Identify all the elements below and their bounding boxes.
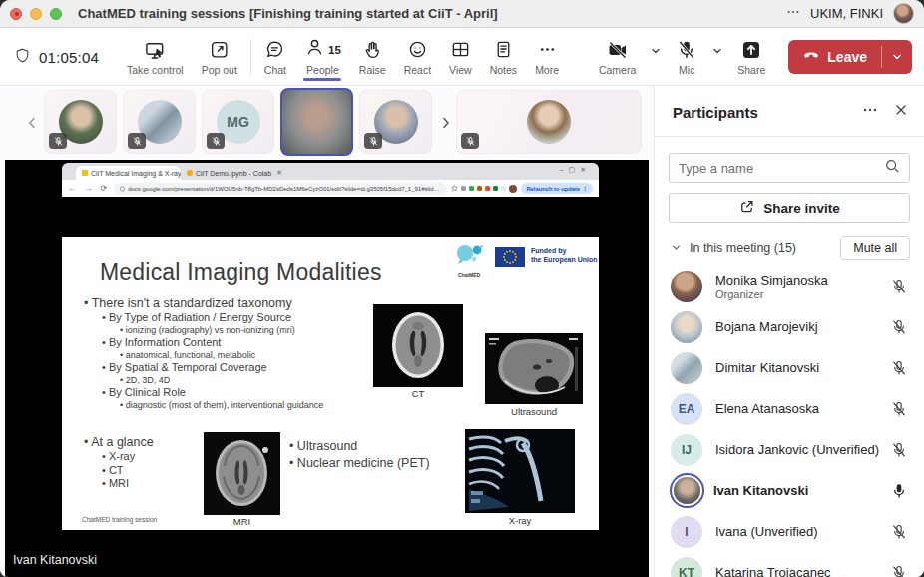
participant-filmstrip: MG	[0, 88, 654, 158]
relaunch-to-update-button[interactable]: Relaunch to update⋮	[521, 183, 593, 194]
presentation-letterbox	[62, 197, 599, 237]
browser-extension-icons[interactable]	[451, 185, 517, 193]
mic-muted-badge-icon	[49, 133, 67, 149]
ct-scan-image	[373, 304, 463, 387]
share-invite-button[interactable]: Share invite	[669, 193, 910, 223]
meeting-toolbar: 01:05:04 Take control Pop out Chat 15 Pe…	[0, 29, 924, 86]
more-button[interactable]: More	[526, 30, 568, 84]
meeting-timer: 01:05:04	[39, 49, 99, 66]
section-chevron-down-icon[interactable]	[671, 239, 682, 257]
mic-muted-icon[interactable]	[890, 441, 908, 459]
mute-all-button[interactable]: Mute all	[840, 236, 910, 260]
browser-tab-slides[interactable]: CiiT Medical Imaging & X-ray ✕	[76, 166, 181, 180]
mic-muted-icon[interactable]	[890, 523, 908, 541]
titlebar-more-icon[interactable]	[786, 5, 800, 23]
slide-glance-list: At a glanceX-rayCTMRI	[84, 435, 154, 491]
participants-more-icon[interactable]	[862, 102, 878, 122]
filmstrip-tile[interactable]: MG	[202, 90, 274, 154]
raise-hand-button[interactable]: Raise	[350, 30, 395, 84]
slide-footer: ChatMED training session	[82, 516, 157, 523]
share-button[interactable]: Share	[728, 30, 774, 84]
participant-row[interactable]: EAElena Atanasoska	[655, 388, 924, 429]
participant-avatar: IJ	[671, 434, 702, 466]
filmstrip-tile[interactable]	[359, 90, 432, 154]
chat-icon	[264, 39, 285, 61]
notes-button[interactable]: Notes	[481, 30, 526, 84]
people-button[interactable]: 15 People	[295, 30, 350, 84]
participant-name: Bojana Marojevikj	[715, 319, 890, 334]
search-input[interactable]	[679, 161, 884, 176]
eu-funding-label: Funded by the European Union	[531, 246, 598, 264]
participant-row[interactable]: IJIsidora Jankovic (Unverified)	[655, 429, 924, 470]
filmstrip-video-tile[interactable]	[280, 88, 353, 156]
zoom-window-button[interactable]	[50, 8, 62, 20]
site-info-icon	[120, 186, 125, 192]
close-window-button[interactable]	[10, 8, 22, 20]
mic-muted-icon[interactable]	[890, 400, 908, 418]
participant-avatar	[671, 271, 702, 302]
participant-search-box[interactable]	[669, 153, 910, 183]
camera-options-chevron[interactable]	[645, 45, 667, 57]
people-count-badge: 15	[328, 44, 341, 56]
participant-name: Monika Simjanoska	[715, 273, 890, 288]
participant-avatar: KT	[671, 557, 702, 577]
participant-row[interactable]: Monika SimjanoskaOrganizer	[655, 266, 924, 306]
chatmed-logo: ChatMED	[451, 243, 487, 278]
participant-row[interactable]: Dimitar Kitanovski	[655, 347, 924, 388]
share-icon	[740, 39, 762, 61]
slide-bullet-list: There isn't a standardized taxonomyBy Ty…	[84, 296, 383, 411]
react-button[interactable]: React	[395, 30, 440, 84]
filmstrip-tile[interactable]	[123, 90, 196, 154]
xray-label: X-ray	[465, 515, 575, 526]
slide-bullet: Ultrasound	[289, 438, 430, 455]
participant-name: Ivan Kitanovski	[713, 483, 890, 498]
filmstrip-tile[interactable]	[44, 90, 117, 154]
tab-close-icon[interactable]: ✕	[276, 169, 282, 177]
slide-bullet: By Information Content	[102, 336, 383, 350]
take-control-button[interactable]: Take control	[118, 30, 193, 84]
filmstrip-scroll-left-chevron[interactable]	[24, 112, 40, 134]
browser-nav-arrows[interactable]: ← → ⟳	[68, 184, 110, 193]
camera-button[interactable]: Camera	[590, 30, 645, 84]
mic-muted-badge-icon	[128, 133, 146, 149]
slide-bullet: Nuclear medicine (PET)	[289, 455, 430, 472]
mic-muted-icon[interactable]	[890, 318, 908, 336]
browser-nav-bar: ← → ⟳ docs.google.com/presentation/d/1WO…	[62, 180, 599, 197]
browser-profile-avatar[interactable]	[509, 185, 517, 193]
account-avatar[interactable]	[893, 3, 914, 24]
browser-window-controls[interactable]: –▢✕	[560, 166, 591, 174]
participant-row[interactable]: Bojana Marojevikj	[655, 306, 924, 347]
chat-button[interactable]: Chat	[255, 30, 295, 84]
browser-tab-colab[interactable]: CiiT Demo.ipynb - Colab ✕	[181, 166, 285, 180]
browser-url-bar[interactable]: docs.google.com/presentation/d/1WOU5nb-T…	[114, 183, 447, 195]
toolbar-divider	[250, 39, 251, 75]
panel-divider	[655, 136, 924, 137]
ultrasound-image	[485, 333, 583, 404]
participant-row[interactable]: KTKatarina Trojacanec	[655, 552, 924, 577]
mic-muted-icon[interactable]	[890, 564, 908, 577]
mri-label: MRI	[204, 516, 280, 527]
mic-on-icon[interactable]	[890, 482, 908, 500]
participant-name: Katarina Trojacanec	[715, 565, 890, 577]
leave-button[interactable]: Leave	[788, 40, 912, 74]
filmstrip-tile[interactable]	[456, 90, 642, 154]
view-button[interactable]: View	[440, 30, 481, 84]
minimize-window-button[interactable]	[30, 8, 42, 20]
mic-button[interactable]: Mic	[667, 30, 706, 84]
mic-muted-icon[interactable]	[890, 359, 908, 377]
ultrasound-label: Ultrasound	[485, 406, 583, 417]
participants-close-icon[interactable]	[894, 103, 908, 121]
participant-row[interactable]: Ivan Kitanovski	[655, 470, 924, 511]
presentation-slide: Medical Imaging Modalities ChatMED Funde…	[62, 237, 599, 530]
window-controls	[10, 8, 62, 20]
participant-name: Dimitar Kitanovski	[715, 360, 890, 375]
notes-icon	[493, 39, 514, 61]
mic-muted-icon[interactable]	[890, 278, 908, 295]
pop-out-button[interactable]: Pop out	[193, 30, 246, 84]
people-icon	[304, 37, 325, 62]
filmstrip-scroll-right-chevron[interactable]	[438, 112, 454, 134]
mic-options-chevron[interactable]	[706, 45, 728, 57]
leave-options-chevron[interactable]	[882, 40, 912, 74]
participant-row[interactable]: IIvana (Unverified)	[655, 511, 924, 552]
slide-bullet: 2D, 3D, 4D	[120, 375, 383, 387]
